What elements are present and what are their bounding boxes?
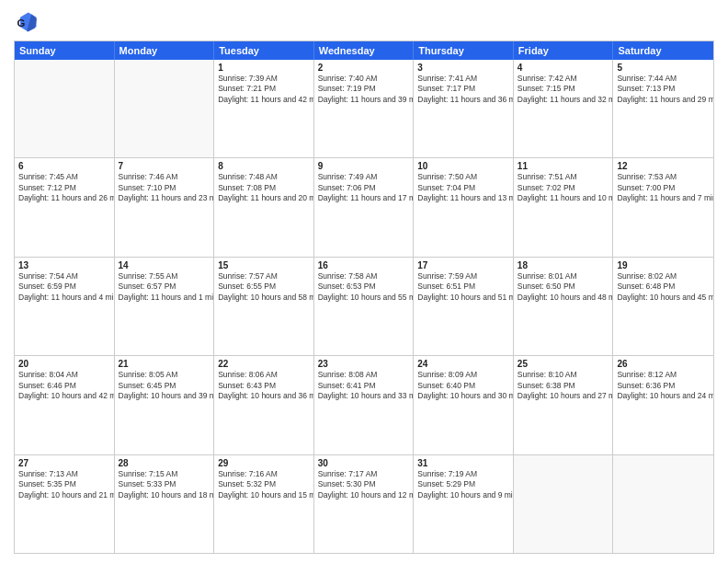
day-cell-6: 6Sunrise: 7:45 AMSunset: 7:12 PMDaylight… bbox=[15, 158, 115, 256]
day-number: 25 bbox=[518, 359, 609, 369]
day-cell-11: 11Sunrise: 7:51 AMSunset: 7:02 PMDayligh… bbox=[514, 158, 614, 256]
cell-info-line: Sunrise: 7:42 AM bbox=[518, 74, 609, 84]
cell-info-line: Sunset: 6:36 PM bbox=[617, 381, 710, 391]
day-cell-10: 10Sunrise: 7:50 AMSunset: 7:04 PMDayligh… bbox=[414, 158, 514, 256]
cell-info-line: Daylight: 10 hours and 18 minutes. bbox=[119, 490, 210, 500]
day-cell-18: 18Sunrise: 8:01 AMSunset: 6:50 PMDayligh… bbox=[514, 258, 614, 355]
cell-info-line: Sunset: 6:59 PM bbox=[18, 282, 110, 292]
cell-info-line: Daylight: 11 hours and 39 minutes. bbox=[318, 95, 410, 105]
day-cell-16: 16Sunrise: 7:58 AMSunset: 6:53 PMDayligh… bbox=[314, 258, 415, 355]
day-cell-29: 29Sunrise: 7:16 AMSunset: 5:32 PMDayligh… bbox=[214, 455, 314, 553]
day-cell-25: 25Sunrise: 8:10 AMSunset: 6:38 PMDayligh… bbox=[514, 356, 614, 454]
cell-info-line: Sunset: 7:21 PM bbox=[218, 84, 310, 94]
day-number: 6 bbox=[18, 161, 110, 171]
day-cell-15: 15Sunrise: 7:57 AMSunset: 6:55 PMDayligh… bbox=[214, 258, 314, 355]
day-number: 30 bbox=[318, 458, 410, 468]
cell-info-line: Sunset: 7:02 PM bbox=[518, 183, 609, 193]
day-cell-30: 30Sunrise: 7:17 AMSunset: 5:30 PMDayligh… bbox=[314, 455, 415, 553]
cell-info-line: Sunrise: 7:54 AM bbox=[18, 271, 110, 282]
day-number: 8 bbox=[218, 161, 310, 171]
cell-info-line: Sunrise: 7:51 AM bbox=[518, 172, 609, 182]
day-cell-2: 2Sunrise: 7:40 AMSunset: 7:19 PMDaylight… bbox=[314, 60, 415, 157]
day-number: 9 bbox=[318, 161, 410, 171]
cell-info-line: Daylight: 11 hours and 1 minute. bbox=[119, 293, 210, 303]
cell-info-line: Daylight: 10 hours and 58 minutes. bbox=[218, 293, 310, 303]
day-number: 3 bbox=[417, 63, 509, 73]
cell-info-line: Daylight: 11 hours and 13 minutes. bbox=[417, 193, 509, 203]
cell-info-line: Sunset: 6:46 PM bbox=[18, 381, 110, 391]
weekday-header-wednesday: Wednesday bbox=[314, 41, 415, 60]
day-number: 16 bbox=[318, 260, 410, 270]
cell-info-line: Sunrise: 7:48 AM bbox=[218, 172, 310, 182]
day-number: 29 bbox=[218, 458, 310, 468]
svg-text:G: G bbox=[17, 17, 26, 29]
cell-info-line: Sunrise: 8:10 AM bbox=[518, 370, 609, 380]
day-number: 17 bbox=[417, 260, 509, 270]
day-cell-27: 27Sunrise: 7:13 AMSunset: 5:35 PMDayligh… bbox=[15, 455, 115, 553]
cell-info-line: Sunset: 5:32 PM bbox=[218, 479, 310, 489]
day-number: 14 bbox=[119, 260, 210, 270]
day-number: 4 bbox=[518, 63, 609, 73]
calendar-row-3: 20Sunrise: 8:04 AMSunset: 6:46 PMDayligh… bbox=[15, 355, 713, 454]
cell-info-line: Sunset: 6:53 PM bbox=[318, 282, 410, 292]
cell-info-line: Daylight: 10 hours and 27 minutes. bbox=[518, 391, 609, 401]
cell-info-line: Sunrise: 7:17 AM bbox=[318, 469, 410, 479]
cell-info-line: Sunset: 5:30 PM bbox=[318, 479, 410, 489]
empty-cell-0-0 bbox=[15, 60, 115, 157]
day-number: 15 bbox=[218, 260, 310, 270]
cell-info-line: Sunset: 6:45 PM bbox=[119, 381, 210, 391]
day-number: 19 bbox=[617, 260, 710, 270]
cell-info-line: Sunrise: 7:58 AM bbox=[318, 271, 410, 282]
day-number: 13 bbox=[18, 260, 110, 270]
day-cell-7: 7Sunrise: 7:46 AMSunset: 7:10 PMDaylight… bbox=[115, 158, 215, 256]
cell-info-line: Sunset: 6:48 PM bbox=[617, 282, 710, 292]
cell-info-line: Sunset: 6:57 PM bbox=[119, 282, 210, 292]
cell-info-line: Sunrise: 7:39 AM bbox=[218, 74, 310, 84]
cell-info-line: Daylight: 10 hours and 48 minutes. bbox=[518, 293, 609, 303]
weekday-header-friday: Friday bbox=[514, 41, 614, 60]
cell-info-line: Sunrise: 7:50 AM bbox=[417, 172, 509, 182]
cell-info-line: Sunset: 7:17 PM bbox=[417, 84, 509, 94]
cell-info-line: Sunrise: 7:53 AM bbox=[617, 172, 710, 182]
cell-info-line: Daylight: 11 hours and 29 minutes. bbox=[617, 95, 710, 105]
weekday-header-saturday: Saturday bbox=[613, 41, 713, 60]
day-cell-23: 23Sunrise: 8:08 AMSunset: 6:41 PMDayligh… bbox=[314, 356, 415, 454]
cell-info-line: Sunrise: 7:55 AM bbox=[119, 271, 210, 282]
calendar-row-4: 27Sunrise: 7:13 AMSunset: 5:35 PMDayligh… bbox=[15, 454, 713, 553]
day-cell-3: 3Sunrise: 7:41 AMSunset: 7:17 PMDaylight… bbox=[414, 60, 514, 157]
day-cell-28: 28Sunrise: 7:15 AMSunset: 5:33 PMDayligh… bbox=[115, 455, 215, 553]
day-cell-20: 20Sunrise: 8:04 AMSunset: 6:46 PMDayligh… bbox=[15, 356, 115, 454]
cell-info-line: Sunrise: 8:05 AM bbox=[119, 370, 210, 380]
day-number: 28 bbox=[119, 458, 210, 468]
cell-info-line: Sunrise: 7:49 AM bbox=[318, 172, 410, 182]
logo-icon: G bbox=[14, 9, 40, 35]
calendar-header: SundayMondayTuesdayWednesdayThursdayFrid… bbox=[15, 41, 713, 60]
cell-info-line: Sunrise: 7:13 AM bbox=[18, 469, 110, 479]
cell-info-line: Sunrise: 7:41 AM bbox=[417, 74, 509, 84]
cell-info-line: Sunset: 6:50 PM bbox=[518, 282, 609, 292]
day-number: 20 bbox=[18, 359, 110, 369]
calendar-row-1: 6Sunrise: 7:45 AMSunset: 7:12 PMDaylight… bbox=[15, 157, 713, 256]
cell-info-line: Daylight: 11 hours and 23 minutes. bbox=[119, 193, 210, 203]
header: G bbox=[14, 9, 714, 35]
cell-info-line: Sunrise: 7:16 AM bbox=[218, 469, 310, 479]
cell-info-line: Sunset: 7:08 PM bbox=[218, 183, 310, 193]
cell-info-line: Sunrise: 7:46 AM bbox=[119, 172, 210, 182]
cell-info-line: Sunset: 7:06 PM bbox=[318, 183, 410, 193]
day-number: 26 bbox=[617, 359, 710, 369]
cell-info-line: Daylight: 10 hours and 42 minutes. bbox=[18, 391, 110, 401]
cell-info-line: Sunset: 6:55 PM bbox=[218, 282, 310, 292]
cell-info-line: Daylight: 10 hours and 12 minutes. bbox=[318, 490, 410, 500]
cell-info-line: Sunrise: 8:08 AM bbox=[318, 370, 410, 380]
cell-info-line: Sunrise: 8:01 AM bbox=[518, 271, 609, 282]
day-number: 7 bbox=[119, 161, 210, 171]
day-cell-24: 24Sunrise: 8:09 AMSunset: 6:40 PMDayligh… bbox=[414, 356, 514, 454]
calendar-row-0: 1Sunrise: 7:39 AMSunset: 7:21 PMDaylight… bbox=[15, 60, 713, 157]
cell-info-line: Daylight: 11 hours and 4 minutes. bbox=[18, 293, 110, 303]
cell-info-line: Sunset: 7:19 PM bbox=[318, 84, 410, 94]
empty-cell-4-6 bbox=[613, 455, 713, 553]
cell-info-line: Daylight: 10 hours and 45 minutes. bbox=[617, 293, 710, 303]
cell-info-line: Sunrise: 8:04 AM bbox=[18, 370, 110, 380]
empty-cell-0-1 bbox=[115, 60, 215, 157]
calendar-row-2: 13Sunrise: 7:54 AMSunset: 6:59 PMDayligh… bbox=[15, 257, 713, 355]
